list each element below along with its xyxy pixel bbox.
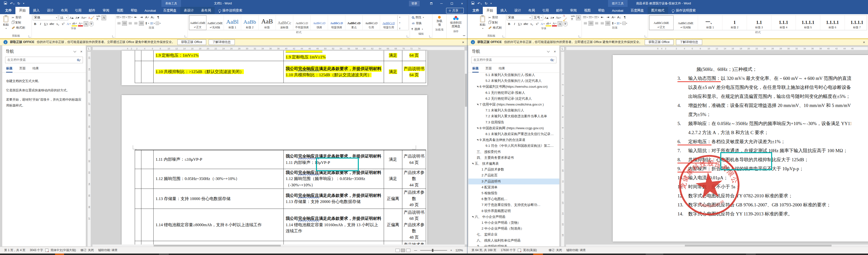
nav-heading-item[interactable]: 三、 授权委托书 [468, 149, 559, 155]
dialog-launcher-icon[interactable] [407, 35, 409, 37]
enclose-characters-icon[interactable]: 字 [563, 21, 568, 26]
style-item-正文[interactable]: AaBbCcDdE↵正文 [189, 15, 207, 30]
page-indicator[interactable]: 第 1 页，共 4 页 [2, 248, 28, 252]
close-nav-icon[interactable]: × [554, 49, 556, 53]
italic-icon[interactable]: I [38, 21, 43, 26]
zoom-in-icon[interactable]: + [450, 249, 452, 252]
bullets-icon[interactable]: ▾ [583, 15, 588, 20]
tab-插入[interactable]: 插入 [29, 7, 43, 14]
dialog-launcher-icon[interactable] [112, 35, 115, 37]
nav-heading-item[interactable]: 5.1 未被列入失信被执行人-投标人 [468, 73, 559, 78]
tab-审阅[interactable]: 审阅 [566, 7, 580, 14]
increase-indent-icon[interactable]: ⇥ [139, 15, 144, 20]
multilevel-list-icon[interactable]: ▾ [128, 15, 132, 20]
collapse-triangle-icon[interactable] [477, 86, 478, 88]
replace-button[interactable]: ab替换 [411, 21, 431, 26]
multilevel-list-icon[interactable]: ▾ [594, 15, 599, 20]
tab-百度网盘[interactable]: 百度网盘 [160, 7, 180, 14]
nav-tab-结果[interactable]: 结果 [33, 66, 39, 73]
read-mode-icon[interactable] [396, 249, 400, 252]
collapse-triangle-icon[interactable] [477, 139, 478, 141]
close-msgbar-icon[interactable]: × [863, 40, 865, 44]
language-indicator[interactable]: 简体中文(中国大陆) [49, 248, 78, 252]
dialog-launcher-icon[interactable] [185, 35, 187, 37]
sort-icon[interactable]: A↓ [617, 15, 621, 20]
track-changes-indicator[interactable]: 修订: 关闭 [78, 248, 96, 252]
show-marks-icon[interactable]: ¶ [622, 15, 627, 20]
dialog-launcher-icon[interactable] [503, 35, 505, 37]
style-item-标题5[interactable]: 1.1.1.1标题 5 [796, 15, 820, 30]
tab-视图[interactable]: 视图 [580, 7, 594, 14]
tab-百度网盘[interactable]: 百度网盘 [627, 7, 648, 14]
nav-tab-页面[interactable]: 页面 [486, 66, 492, 73]
tab-视图[interactable]: 视图 [113, 7, 127, 14]
tab-帮助[interactable]: 帮助 [594, 7, 608, 14]
nav-heading-item[interactable]: 6 中国裁判文书网(https://wenshu.court.gov.cn) [468, 84, 559, 89]
shading-icon[interactable]: ▾ [617, 21, 621, 26]
numbering-icon[interactable]: ▾ [122, 15, 127, 20]
italic-icon[interactable]: I [512, 21, 517, 26]
save-icon[interactable] [4, 1, 7, 5]
tab-邮件[interactable]: 邮件 [553, 7, 566, 14]
style-item-强调[interactable]: AaBbCcD强调 [311, 15, 328, 30]
style-item-明显引用[interactable]: AaBbCcD明显引用 [380, 15, 397, 30]
character-shading-icon[interactable]: A [84, 21, 88, 26]
bullets-icon[interactable]: ▾ [116, 15, 121, 20]
strikethrough-icon[interactable]: abc [49, 21, 55, 26]
tab-布局[interactable]: 布局 [57, 7, 71, 14]
numbering-icon[interactable]: ▾ [588, 15, 593, 20]
close-button[interactable]: × [457, 0, 467, 7]
tab-Acrobat[interactable]: Acrobat [141, 7, 160, 14]
tab-操作说明搜索[interactable]: 操作说明搜索 [668, 7, 700, 14]
cut-button[interactable]: ✂剪切 [488, 15, 503, 20]
zoom-slider[interactable] [420, 250, 447, 251]
dialog-launcher-icon[interactable] [645, 35, 647, 37]
signin-button[interactable]: 登录 [409, 1, 420, 6]
align-right-icon[interactable] [128, 21, 132, 26]
tab-引用[interactable]: 引用 [71, 7, 85, 14]
copy-button[interactable]: 复制 [488, 20, 503, 25]
bold-icon[interactable]: B [507, 21, 512, 26]
phonetic-guide-icon[interactable]: wén文 [96, 15, 101, 20]
minimize-button[interactable] [436, 0, 446, 7]
font-size-combo[interactable]: 五号▾ [533, 15, 543, 20]
grow-font-icon[interactable]: A▴ [544, 15, 549, 20]
share-button[interactable]: ⊙共享▾ [446, 8, 464, 13]
text-effects-icon[interactable]: A▾ [66, 21, 71, 26]
nav-search-input[interactable]: 在文档中搜索▾ [5, 57, 83, 63]
zoom-thumb[interactable] [432, 249, 433, 252]
horizontal-scrollbar[interactable] [92, 245, 465, 247]
style-item-标题[interactable]: AaB标题 [258, 15, 276, 30]
style-item-要点[interactable]: AaBbCcD要点 [345, 15, 363, 30]
scrollbar-thumb[interactable] [685, 245, 832, 247]
zoom-out-icon[interactable]: — [414, 249, 417, 252]
qat-customize-icon[interactable]: ▾ [490, 2, 492, 5]
highlight-color-icon[interactable]: ab▾ [546, 21, 551, 26]
nav-heading-item[interactable]: 1 中小企业声明函（货物） [468, 220, 559, 226]
vertical-scrollbar[interactable] [465, 50, 467, 245]
nav-heading-item[interactable]: 7.3 信用报告 [468, 119, 559, 125]
chevron-down-icon[interactable] [73, 49, 76, 52]
nav-heading-item[interactable]: 6.1 无行贿犯罪记录-投标人 [468, 90, 559, 96]
nav-tab-页面[interactable]: 页面 [19, 66, 26, 73]
learn-more-button[interactable]: 了解详细信息 [209, 39, 235, 45]
document-area[interactable]: 4224681012141618202224262830323436384042… [92, 45, 467, 247]
character-border-icon[interactable]: A [576, 15, 581, 20]
styles-gallery-scrollbar[interactable]: ▴▾⊻ [397, 15, 402, 30]
clear-format-icon[interactable]: A🧹 [88, 15, 95, 20]
close-msgbar-icon[interactable]: × [462, 40, 464, 44]
tab-表设计[interactable]: 表设计 [180, 7, 197, 14]
word-count[interactable]: 17630 个字 [498, 248, 518, 252]
style-item-标题4[interactable]: 1.1.1标题 4 [771, 15, 796, 30]
cut-button[interactable]: ✂剪切 [11, 15, 26, 20]
style-item-正文[interactable]: AaBbCcDdE↵正文 [649, 15, 674, 30]
superscript-icon[interactable]: x² [535, 21, 539, 26]
asian-layout-icon[interactable]: A▾ [611, 15, 616, 20]
tab-文件[interactable]: 文件 [469, 7, 483, 14]
tab-文件[interactable]: 文件 [1, 7, 16, 14]
tab-Acrobat[interactable]: Acrobat [608, 7, 627, 14]
find-button[interactable]: 查找▾ [411, 15, 431, 20]
accessibility-indicator[interactable]: 辅助功能: 调查 [564, 248, 588, 252]
style-item-标题6[interactable]: 1.1.1.1标题 6 [820, 15, 845, 30]
line-spacing-icon[interactable]: ⇕▾ [145, 21, 149, 26]
